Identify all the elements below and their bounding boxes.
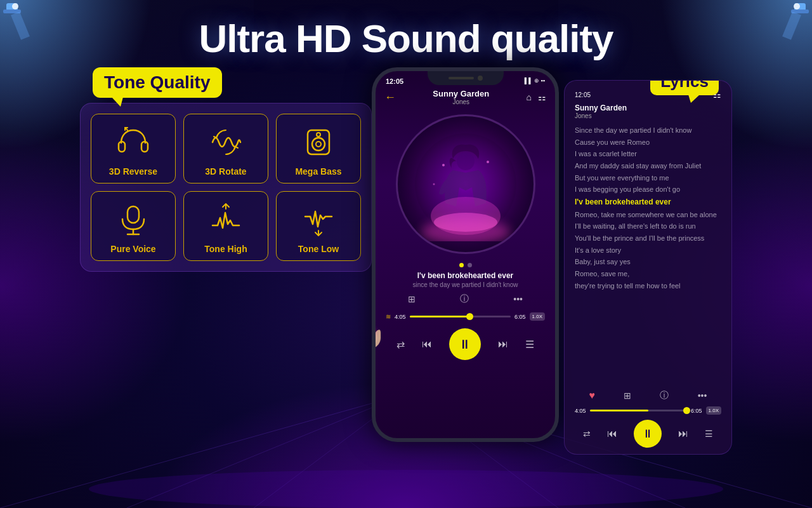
connector-dot [372,329,374,337]
headphones-icon [114,123,152,161]
phone-lyrics-main: I'v been brokehearted ever [386,271,545,280]
prev-button[interactable]: ⏮ [422,338,432,350]
playlist-button[interactable]: ☰ [525,338,534,351]
phone-time: 12:05 [386,77,403,85]
lyrics-pause-button[interactable]: ⏸ [634,420,662,448]
add-button[interactable]: ⊞ [624,391,631,401]
lyric-line: Romeo, save me, [575,268,721,280]
lyrics-time: 12:05 [575,91,591,98]
lyric-line: Since the day we partied I didn't know [575,124,721,137]
lyrics-progress-fill [590,410,648,411]
lyrics-current-time: 4:05 [575,408,586,414]
dots-indicator [376,259,555,271]
heart-button[interactable]: ♥ [589,390,596,401]
page-title: Ultra HD Sound quality [0,0,812,61]
info-icon[interactable]: ⓘ [460,293,469,305]
svg-point-20 [317,133,320,137]
lyrics-progress-bar[interactable] [590,410,687,411]
dot-1 [459,263,464,267]
phone-nav-icons: ⌂ ⚏ [527,92,546,102]
phone-lyrics-sub: since the day we partied I didn't know [386,281,545,288]
feature-tone-low[interactable]: Tone Low [276,191,361,261]
tone-quality-bubble: Tone Quality [93,67,222,98]
microphone-icon [114,201,152,239]
lyric-line-active: I'v been brokehearted ever [575,196,721,208]
pause-button[interactable]: ⏸ [449,328,481,360]
lyrics-panel: Lyrics 12:05 ⚏ Sunny Garden Jones Since … [564,80,732,455]
feature-pure-voice[interactable]: Pure Voice [91,191,176,261]
svg-point-19 [316,142,321,147]
lyric-line: I'll be waiting, all there's left to do … [575,220,721,232]
lyrics-next-button[interactable]: ⏭ [678,428,688,439]
svg-point-18 [312,138,325,150]
main-content: Ultra HD Sound quality Tone Quality [0,0,812,508]
lyrics-bubble: Lyrics [650,80,719,95]
home-icon[interactable]: ⌂ [527,92,532,102]
feature-label-3d-reverse: 3D Reverse [109,166,157,177]
lyric-line: It's a love story [575,244,721,257]
phone-nav-bar: ← Sunny Garden Jones ⌂ ⚏ [376,86,555,109]
feature-mega-bass[interactable]: Mega Bass [276,114,361,184]
add-icon[interactable]: ⊞ [408,294,416,304]
lyrics-song-title: Sunny Garden [575,104,721,112]
album-glow [396,114,535,254]
phone-notch [428,71,504,85]
phone-lyrics-preview: I'v been brokehearted ever since the day… [376,271,555,288]
phone-total-time: 6:05 [514,314,526,320]
phone-mockup: 12:05 ▌▌ ⊕ ▪▪ ← Sunny Garden Jones ⌂ ⚏ [372,67,559,442]
lyric-line: they're trying to tell me how to feel [575,280,721,292]
phone-progress-fill [410,316,471,318]
tone-high-icon [207,201,245,239]
equalizer-icon[interactable]: ⚏ [538,92,546,102]
feature-label-pure-voice: Pure Voice [110,244,155,254]
lyrics-text-area: Since the day we partied I didn't know C… [575,124,721,366]
lyrics-speed-badge[interactable]: 1.0X [706,406,721,415]
left-panel: Tone Quality 3D Reverse [80,67,372,272]
lyric-line: You'll be the prince and I'll be the pri… [575,232,721,244]
svg-rect-21 [128,206,139,223]
lyrics-playlist-button[interactable]: ☰ [705,429,713,439]
lyrics-shuffle-button[interactable]: ⇄ [583,429,591,439]
notch-camera [478,76,483,81]
album-art [396,114,535,254]
feature-3d-reverse[interactable]: 3D Reverse [91,114,176,184]
lyrics-actions: ♥ ⊞ ⓘ ••• [575,390,721,401]
lyrics-play-controls: ⇄ ⏮ ⏸ ⏭ ☰ [575,420,721,448]
more-button[interactable]: ••• [698,391,707,401]
main-area: Tone Quality 3D Reverse [0,61,812,455]
feature-label-tone-high: Tone High [204,244,247,254]
phone-area: 12:05 ▌▌ ⊕ ▪▪ ← Sunny Garden Jones ⌂ ⚏ [372,67,732,455]
lyrics-total-time: 6:05 [691,408,702,414]
feature-label-3d-rotate: 3D Rotate [205,166,246,177]
feature-tone-high[interactable]: Tone High [183,191,268,261]
phone-song-title: Sunny Garden [433,89,489,98]
feature-label-tone-low: Tone Low [298,244,339,254]
lyrics-prev-button[interactable]: ⏮ [607,428,617,439]
lyric-line: But you were everything to me [575,172,721,184]
feature-3d-rotate[interactable]: 3D Rotate [183,114,268,184]
lyric-line: Baby, just say yes [575,256,721,268]
info-button[interactable]: ⓘ [660,390,669,401]
phone-album-area [376,109,555,259]
phone-screen: 12:05 ▌▌ ⊕ ▪▪ ← Sunny Garden Jones ⌂ ⚏ [376,71,555,438]
lyrics-bottom-controls: ♥ ⊞ ⓘ ••• 4:05 6:05 1.0X [565,390,731,448]
lyrics-progress-bar-area: 4:05 6:05 1.0X [575,406,721,415]
lyric-line: And my daddy said stay away from Juliet [575,160,721,172]
phone-song-artist: Jones [433,98,489,105]
phone-song-info: Sunny Garden Jones [433,89,489,105]
phone-progress-thumb [466,313,473,320]
feature-label-mega-bass: Mega Bass [295,166,341,177]
next-button[interactable]: ⏭ [498,338,508,350]
speaker-icon [299,123,337,161]
tone-low-icon [299,201,337,239]
touch-indicator [372,305,407,362]
back-button[interactable]: ← [384,91,396,104]
phone-progress-bar[interactable] [410,316,511,318]
lyrics-song-artist: Jones [575,112,721,119]
more-icon[interactable]: ••• [513,294,523,304]
lyric-line: I was begging you please don't go [575,184,721,196]
dot-2 [468,263,472,267]
phone-speed-badge[interactable]: 1.0X [530,312,545,321]
lyric-line: Cause you were Romeo [575,137,721,149]
waveform-icon [207,123,245,161]
